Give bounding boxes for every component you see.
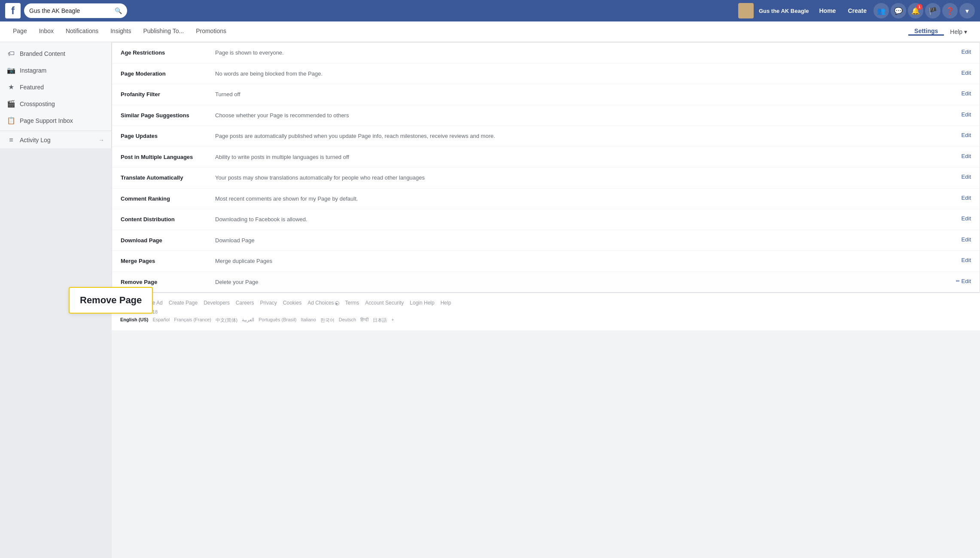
sidebar-item-featured[interactable]: ★ Featured: [0, 79, 111, 95]
lang-chinese-simplified[interactable]: 中文(简体): [216, 317, 237, 323]
sidebar-item-branded-content[interactable]: 🏷 Branded Content: [0, 46, 111, 62]
pages-icon-button[interactable]: 🏴: [925, 3, 940, 18]
settings-row-similar-page-suggestions: Similar Page Suggestions Choose whether …: [112, 105, 980, 126]
tab-page[interactable]: Page: [7, 21, 33, 42]
settings-row-merge-pages: Merge Pages Merge duplicate Pages Edit: [112, 251, 980, 272]
lang-more[interactable]: +: [391, 317, 394, 323]
clipboard-icon: 📋: [7, 116, 15, 125]
tab-inbox[interactable]: Inbox: [33, 21, 60, 42]
lang-francais[interactable]: Français (France): [174, 317, 211, 323]
settings-row-page-moderation: Page Moderation No words are being block…: [112, 64, 980, 85]
footer-link-account-security[interactable]: Account Security: [365, 300, 404, 306]
sidebar-wrapper: 🏷 Branded Content 📷 Instagram ★ Featured…: [0, 42, 112, 558]
footer-link-privacy[interactable]: Privacy: [260, 300, 277, 306]
settings-row-profanity-filter: Profanity Filter Turned off Edit: [112, 84, 980, 105]
lang-italiano[interactable]: Italiano: [301, 317, 316, 323]
tab-settings[interactable]: Settings: [908, 27, 944, 36]
instagram-icon: 📷: [7, 66, 15, 74]
edit-page-updates[interactable]: Edit: [962, 132, 971, 138]
edit-content-distribution[interactable]: Edit: [962, 215, 971, 222]
create-button[interactable]: Create: [843, 5, 872, 17]
footer-copyright: Facebook © 2018: [120, 309, 971, 314]
lang-english-us[interactable]: English (US): [120, 317, 148, 323]
nav-icons-group: Home Create 👥 💬 🔔 1 🏴 ❓ ▾: [814, 3, 975, 18]
messenger-icon-button[interactable]: 💬: [891, 3, 906, 18]
notification-badge: 1: [916, 4, 922, 10]
sidebar: 🏷 Branded Content 📷 Instagram ★ Featured…: [0, 42, 112, 148]
settings-row-translate-automatically: Translate Automatically Your posts may s…: [112, 168, 980, 189]
list-icon: ≡: [7, 136, 15, 144]
lang-japanese[interactable]: 日本語: [373, 317, 387, 323]
lang-deutsch[interactable]: Deutsch: [339, 317, 356, 323]
edit-download-page[interactable]: Edit: [962, 236, 971, 243]
help-button[interactable]: Help ▾: [944, 28, 973, 35]
pages-icon: 🏴: [928, 7, 937, 15]
edit-page-moderation[interactable]: Edit: [962, 70, 971, 76]
page-navigation: Page Inbox Notifications Insights Publis…: [0, 21, 980, 42]
lang-korean[interactable]: 한국어: [320, 317, 335, 323]
footer-link-terms[interactable]: Terms: [345, 300, 359, 306]
remove-page-tooltip: Remove Page: [69, 287, 153, 314]
page-avatar: [738, 3, 754, 18]
footer-link-ad-choices[interactable]: Ad Choices▶: [307, 300, 339, 306]
friends-icon: 👥: [877, 7, 886, 15]
sidebar-item-crossposting[interactable]: 🎬 Crossposting: [0, 95, 111, 112]
edit-profanity-filter[interactable]: Edit: [962, 90, 971, 97]
settings-row-content-distribution: Content Distribution Downloading to Face…: [112, 209, 980, 230]
footer-languages: English (US) Español Français (France) 中…: [120, 317, 971, 323]
search-input[interactable]: [29, 7, 115, 14]
tab-publishing[interactable]: Publishing To...: [137, 21, 190, 42]
settings-row-age-restrictions: Age Restrictions Page is shown to everyo…: [112, 43, 980, 64]
settings-table: Age Restrictions Page is shown to everyo…: [112, 42, 980, 293]
edit-remove-page[interactable]: ✏ Edit: [956, 278, 971, 284]
search-icon: 🔍: [115, 7, 122, 14]
ad-choices-icon: ▶: [335, 301, 339, 305]
edit-age-restrictions[interactable]: Edit: [962, 49, 971, 55]
sidebar-item-page-support-inbox[interactable]: 📋 Page Support Inbox: [0, 112, 111, 129]
help-icon-button[interactable]: ❓: [942, 3, 958, 18]
home-button[interactable]: Home: [814, 5, 841, 17]
edit-translate-automatically[interactable]: Edit: [962, 174, 971, 180]
lang-arabic[interactable]: العربية: [242, 317, 254, 323]
tab-insights[interactable]: Insights: [104, 21, 137, 42]
content-area: Age Restrictions Page is shown to everyo…: [112, 42, 980, 558]
footer: About Create Ad Create Page Developers C…: [112, 293, 980, 330]
edit-comment-ranking[interactable]: Edit: [962, 195, 971, 201]
page-nav-right: Settings Help ▾: [908, 27, 973, 36]
lang-portuguese[interactable]: Português (Brasil): [259, 317, 296, 323]
footer-link-cookies[interactable]: Cookies: [283, 300, 301, 306]
chevron-down-icon: ▾: [965, 7, 969, 15]
edit-merge-pages[interactable]: Edit: [962, 257, 971, 263]
lang-hindi[interactable]: हिन्दी: [360, 317, 368, 323]
footer-link-developers[interactable]: Developers: [204, 300, 230, 306]
edit-post-multiple-languages[interactable]: Edit: [962, 153, 971, 159]
footer-link-help[interactable]: Help: [441, 300, 451, 306]
footer-link-careers[interactable]: Careers: [236, 300, 254, 306]
sidebar-item-instagram[interactable]: 📷 Instagram: [0, 62, 111, 79]
pencil-icon: ✏: [956, 278, 960, 284]
tab-promotions[interactable]: Promotions: [190, 21, 232, 42]
sidebar-item-activity-log[interactable]: ≡ Activity Log →: [0, 131, 111, 148]
main-container: 🏷 Branded Content 📷 Instagram ★ Featured…: [0, 42, 980, 558]
settings-row-comment-ranking: Comment Ranking Most recent comments are…: [112, 189, 980, 210]
footer-links: About Create Ad Create Page Developers C…: [120, 300, 971, 306]
activity-log-action-icon: →: [98, 137, 104, 143]
account-menu-button[interactable]: ▾: [959, 3, 975, 18]
settings-row-remove-page: Remove Page Delete your Page ✏ Edit: [112, 272, 980, 293]
notifications-icon-button[interactable]: 🔔 1: [908, 3, 923, 18]
tag-icon: 🏷: [7, 50, 15, 58]
question-icon: ❓: [946, 7, 954, 15]
video-icon: 🎬: [7, 100, 15, 108]
star-icon: ★: [7, 83, 15, 91]
search-bar[interactable]: 🔍: [24, 3, 127, 18]
friends-icon-button[interactable]: 👥: [873, 3, 889, 18]
tab-notifications[interactable]: Notifications: [60, 21, 104, 42]
facebook-logo: f: [5, 3, 21, 18]
footer-link-login-help[interactable]: Login Help: [410, 300, 434, 306]
lang-espanol[interactable]: Español: [152, 317, 170, 323]
messenger-icon: 💬: [894, 7, 903, 15]
footer-link-create-page[interactable]: Create Page: [169, 300, 198, 306]
edit-similar-page-suggestions[interactable]: Edit: [962, 111, 971, 118]
settings-row-post-multiple-languages: Post in Multiple Languages Ability to wr…: [112, 147, 980, 168]
settings-row-download-page: Download Page Download Page Edit: [112, 230, 980, 251]
